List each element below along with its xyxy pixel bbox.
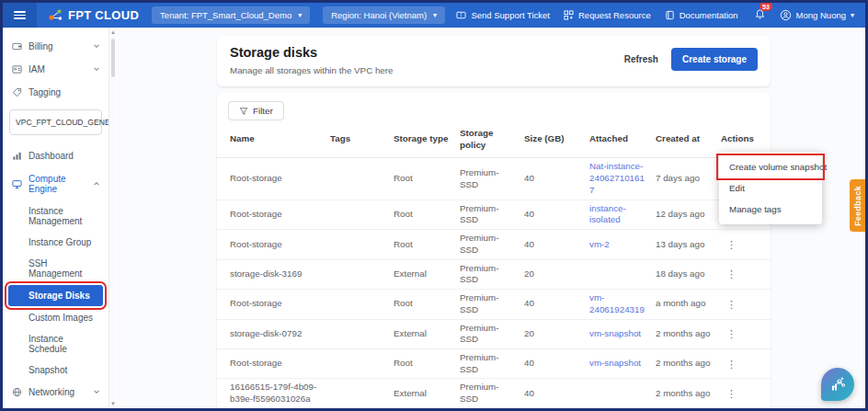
user-avatar-icon xyxy=(780,9,792,21)
sidebar-item-dashboard[interactable]: Dashboard xyxy=(3,144,108,167)
attached-instance-link[interactable]: vm-snapshot xyxy=(589,358,641,368)
cell-attached: vm-snapshot xyxy=(589,328,656,340)
attached-instance-link[interactable]: vm-snapshot xyxy=(589,328,641,338)
table-row: storage-disk-3169 External Premium-SSD 2… xyxy=(217,260,771,290)
sidebar-item-storage-disks[interactable]: Storage Disks xyxy=(8,285,103,306)
table-row: Root-storage Root Premium-SSD 40 instanc… xyxy=(217,200,771,230)
documentation-link[interactable]: Documentation xyxy=(665,10,738,20)
cell-name: Root-storage xyxy=(230,239,330,251)
column-header-storage-type[interactable]: Storage type xyxy=(394,133,460,145)
table-row: Root-storage Root Premium-SSD 40 vm-2406… xyxy=(217,290,771,319)
cell-storage-policy: Premium-SSD xyxy=(460,233,524,256)
chevron-down-icon: ▾ xyxy=(851,12,854,19)
request-resource-link[interactable]: Request Resource xyxy=(564,10,651,20)
sidebar-item-label: Compute Engine xyxy=(29,174,86,194)
column-header-attached[interactable]: Attached xyxy=(589,133,656,145)
table-row: 16166515-179f-4b09-b39e-f5596031026a Ext… xyxy=(217,379,771,408)
chevron-down-icon xyxy=(93,41,100,51)
fpt-logo-icon xyxy=(48,8,63,22)
sidebar-item-label: Storage Disks xyxy=(29,291,90,301)
row-actions-button[interactable]: ⋮ xyxy=(721,387,771,400)
cell-storage-policy: Premium-SSD xyxy=(460,382,524,405)
row-actions-button[interactable]: ⋮ xyxy=(721,298,771,311)
refresh-button[interactable]: Refresh xyxy=(624,54,658,64)
sidebar-item-billing[interactable]: Billing xyxy=(3,35,108,58)
attached-instance-link[interactable]: vm-2 xyxy=(589,239,610,249)
sidebar-item-tagging[interactable]: Tagging xyxy=(3,81,108,104)
user-name: Mong Nuong xyxy=(796,10,846,20)
sidebar-scrollbar[interactable]: ▲ ▼ xyxy=(108,28,117,408)
cell-created-at: 13 days ago xyxy=(656,239,721,251)
menu-item-create-volume-snapshot[interactable]: Create volume snapshot xyxy=(719,156,822,177)
chevron-up-icon xyxy=(93,179,100,189)
column-header-storage-policy[interactable]: Storage policy xyxy=(460,128,524,151)
sidebar-item-ssh-management[interactable]: SSH Management xyxy=(3,253,108,284)
fpt-cloud-logo: FPT CLOUD xyxy=(48,8,139,22)
tenant-selector[interactable]: Tenant: FPT_Smart_Cloud_Demo ▾ xyxy=(152,6,310,24)
column-header-size[interactable]: Size (GB) xyxy=(524,133,589,145)
table-row: storage-disk-0792 External Premium-SSD 2… xyxy=(217,320,771,349)
send-support-ticket-link[interactable]: Send Support Ticket xyxy=(456,10,550,20)
row-actions-button[interactable]: ⋮ xyxy=(721,238,771,251)
sidebar-item-compute-engine[interactable]: Compute Engine xyxy=(3,167,108,200)
sidebar-item-iam[interactable]: IAM xyxy=(3,58,108,81)
menu-toggle-button[interactable] xyxy=(3,3,37,28)
iam-icon xyxy=(11,64,22,74)
attached-instance-link[interactable]: vm-24061924319 xyxy=(589,292,645,314)
sidebar: Billing IAM Tagging VPC_FPT_CLOUD_GENERA… xyxy=(3,28,108,408)
cell-size: 40 xyxy=(524,388,589,400)
create-storage-button[interactable]: Create storage xyxy=(671,48,758,71)
sidebar-item-custom-images[interactable]: Custom Images xyxy=(3,307,108,328)
row-actions-button[interactable]: ⋮ xyxy=(721,268,771,280)
sidebar-item-label: Billing xyxy=(29,41,53,51)
ai-assistant-icon xyxy=(828,375,847,394)
sidebar-item-label: Instance Group xyxy=(29,237,91,247)
sidebar-item-label: IAM xyxy=(29,64,45,74)
column-header-name[interactable]: Name xyxy=(230,133,330,145)
scrollbar-thumb[interactable] xyxy=(111,39,115,77)
ai-assistant-button[interactable] xyxy=(821,368,854,401)
sidebar-item-instance-management[interactable]: Instance Management xyxy=(3,200,108,232)
ticket-icon xyxy=(456,10,466,20)
cell-attached: instance-isolated xyxy=(589,203,656,226)
cell-size: 40 xyxy=(524,298,589,310)
sidebar-item-instance-group[interactable]: Instance Group xyxy=(3,232,108,253)
vpc-selector[interactable]: VPC_FPT_CLOUD_GENERAL ▾ xyxy=(9,109,102,135)
sidebar-item-autoscaling[interactable]: Autoscaling xyxy=(3,404,108,408)
column-header-tags[interactable]: Tags xyxy=(330,133,394,145)
filter-button[interactable]: Filter xyxy=(228,101,284,120)
cell-name: 16166515-179f-4b09-b39e-f5596031026a xyxy=(230,382,330,405)
scroll-up-icon[interactable]: ▲ xyxy=(109,29,117,35)
menu-item-manage-tags[interactable]: Manage tags xyxy=(719,199,822,220)
cell-storage-policy: Premium-SSD xyxy=(460,203,524,226)
cell-created-at: 2 months ago xyxy=(656,388,721,400)
row-actions-menu: Create volume snapshot Edit Manage tags xyxy=(719,152,822,224)
cell-attached: vm-24061924319 xyxy=(589,292,656,315)
user-menu[interactable]: Mong Nuong ▾ xyxy=(780,9,854,21)
attached-instance-link[interactable]: Nat-instance-240627101617 xyxy=(589,161,645,194)
sidebar-item-networking[interactable]: Networking xyxy=(3,381,108,404)
page-header-card: Storage disks Manage all storages within… xyxy=(217,36,771,86)
chevron-down-icon: ▾ xyxy=(298,12,302,19)
scroll-down-icon[interactable]: ▼ xyxy=(109,401,117,406)
region-selector[interactable]: Region: Hanoi (Vietnam) ▾ xyxy=(323,6,445,24)
sidebar-item-instance-schedule[interactable]: Instance Schedule xyxy=(3,328,108,360)
feedback-tab[interactable]: Feedback xyxy=(850,179,865,232)
hamburger-icon xyxy=(14,9,26,21)
notification-badge: 53 xyxy=(760,2,773,11)
chevron-down-icon: ▾ xyxy=(433,12,437,19)
notifications-button[interactable]: 53 xyxy=(754,8,766,22)
table-body: Root-storage Root Premium-SSD 40 Nat-ins… xyxy=(217,158,771,408)
cell-storage-type: Root xyxy=(394,298,460,310)
attached-instance-link[interactable]: instance-isolated xyxy=(589,203,626,225)
cell-storage-type: Root xyxy=(394,209,460,221)
row-actions-button[interactable]: ⋮ xyxy=(721,358,771,371)
sidebar-item-snapshot[interactable]: Snapshot xyxy=(3,360,108,381)
menu-item-edit[interactable]: Edit xyxy=(719,177,822,199)
row-actions-button[interactable]: ⋮ xyxy=(721,327,771,340)
billing-icon xyxy=(11,41,22,51)
column-header-created-at[interactable]: Created at xyxy=(656,133,721,145)
cell-size: 40 xyxy=(524,209,589,221)
cell-storage-type: External xyxy=(394,328,460,340)
cell-attached: vm-2 xyxy=(589,239,656,251)
